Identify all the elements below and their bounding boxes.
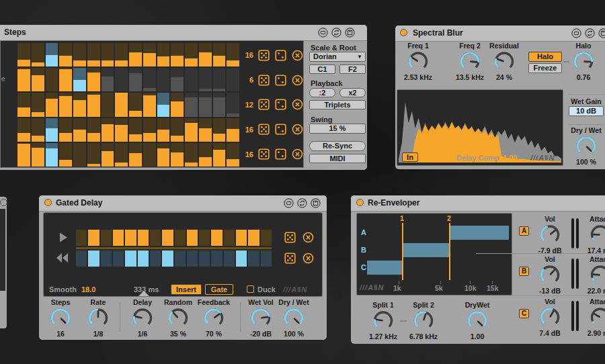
knob-dial[interactable] [85,307,112,330]
delay-step-cell[interactable] [88,230,99,246]
step-cell[interactable] [73,93,86,116]
step-cell[interactable] [143,93,156,116]
step-cell[interactable] [213,118,226,142]
split2-knob[interactable]: Split 26.78 kHz [403,301,444,341]
delay-step-cell[interactable] [76,251,87,267]
step-count-value[interactable]: 16 [240,150,253,158]
step-cell[interactable] [157,143,170,167]
steps-titlebar[interactable]: Steps [0,25,367,41]
step-cell[interactable] [157,93,170,116]
delay-step-cell[interactable] [138,230,149,246]
knob-dial[interactable] [536,224,563,246]
gd-drywet-knob[interactable]: Dry / Wet100 % [274,298,314,338]
step-cell[interactable] [227,93,239,116]
step-cell[interactable] [199,68,212,91]
step-cell[interactable] [129,43,142,66]
step-cell[interactable] [213,143,226,167]
knob-dial[interactable] [47,307,74,330]
time-marker-icon[interactable] [138,291,149,296]
knob-dial[interactable] [536,306,563,329]
gd-feedback-knob[interactable]: Feedback70 % [194,298,234,338]
step-cell[interactable] [157,118,170,142]
step-cell[interactable] [157,68,170,91]
step-cell[interactable] [143,118,156,142]
clear-x-icon[interactable] [292,99,303,110]
spectrum-in-button[interactable]: In [402,152,418,162]
dice-2-icon[interactable] [275,50,286,61]
step-cell[interactable] [227,118,239,142]
freq1-knob[interactable]: Freq 12.53 kHz [397,42,440,82]
delay-step-cell[interactable] [261,230,272,246]
step-cell[interactable] [59,118,72,142]
duck-checkbox[interactable] [247,285,254,293]
step-cell[interactable] [87,143,100,167]
step-cell[interactable] [102,118,114,142]
step-cell[interactable] [17,143,30,167]
step-cell[interactable] [32,143,44,167]
map-button-icon[interactable] [284,198,294,208]
hot-swap-icon[interactable] [331,28,341,38]
step-cell[interactable] [73,43,86,66]
step-cell[interactable] [171,68,184,91]
step-cell[interactable] [17,93,30,116]
dice-5-icon[interactable] [284,253,296,264]
delay-step-cell[interactable] [138,251,149,267]
step-cell[interactable] [115,93,128,116]
clear-x-icon[interactable] [292,50,303,61]
step-cell[interactable] [143,68,156,91]
delay-step-cell[interactable] [199,251,210,267]
knob-dial[interactable] [570,50,597,73]
step-cell[interactable] [17,118,30,142]
step-cell[interactable] [199,118,212,142]
delay-step-cell[interactable] [224,251,235,267]
hot-swap-icon[interactable] [297,198,307,208]
step-cell[interactable] [185,68,198,91]
step-cell[interactable] [87,118,100,142]
delay-step-cell[interactable] [76,230,87,246]
step-cell[interactable] [46,43,58,66]
step-cell[interactable] [157,43,170,66]
rewind-icon[interactable] [56,253,69,263]
knob-dial[interactable] [464,310,491,332]
band-vol-knob[interactable]: Vol-7.9 dB [530,215,570,255]
step-cell[interactable] [171,143,184,167]
step-cell[interactable] [171,43,184,66]
step-count-value[interactable]: 16 [240,51,253,59]
knob-dial[interactable] [456,50,483,73]
step-cell[interactable] [17,43,30,66]
knob-dial[interactable] [536,264,563,287]
step-cell[interactable] [102,68,114,91]
band-select-button[interactable]: C [519,309,529,318]
step-cell[interactable] [59,143,72,167]
dice-2-icon[interactable] [275,148,286,160]
delay-step-cell[interactable] [224,230,235,246]
step-cell[interactable] [185,118,198,142]
map-button-icon[interactable] [571,28,581,38]
step-cell[interactable] [227,143,239,167]
split-marker-line[interactable] [449,223,450,280]
step-count-value[interactable]: 6 [240,76,253,84]
delay-step-cell[interactable] [236,251,247,267]
step-cell[interactable] [213,93,226,116]
knob-dial[interactable] [370,310,397,332]
delay-step-cell[interactable] [175,230,186,246]
knob-dial[interactable] [587,264,605,287]
delay-step-cell[interactable] [101,251,112,267]
step-cell[interactable] [129,93,142,116]
delay-step-cell[interactable] [211,230,222,246]
delay-comp-value[interactable]: 1.00 [503,154,517,162]
dice-5-icon[interactable] [258,148,270,160]
delay-step-cell[interactable] [187,251,198,267]
save-preset-icon[interactable] [598,28,605,38]
step-cell[interactable] [17,68,30,91]
step-cell[interactable] [46,143,58,167]
delay-step-cell[interactable] [113,230,124,246]
gd-delay-knob[interactable]: Delay1/6 [122,298,163,338]
halo-toggle-button[interactable]: Halo [528,52,562,62]
step-cell[interactable] [73,68,86,91]
re-drywet-knob[interactable]: DryWet1.00 [457,301,497,341]
knob-dial[interactable] [165,307,192,330]
step-cell[interactable] [129,118,142,142]
step-cell[interactable] [185,93,198,116]
step-cell[interactable] [32,118,44,142]
